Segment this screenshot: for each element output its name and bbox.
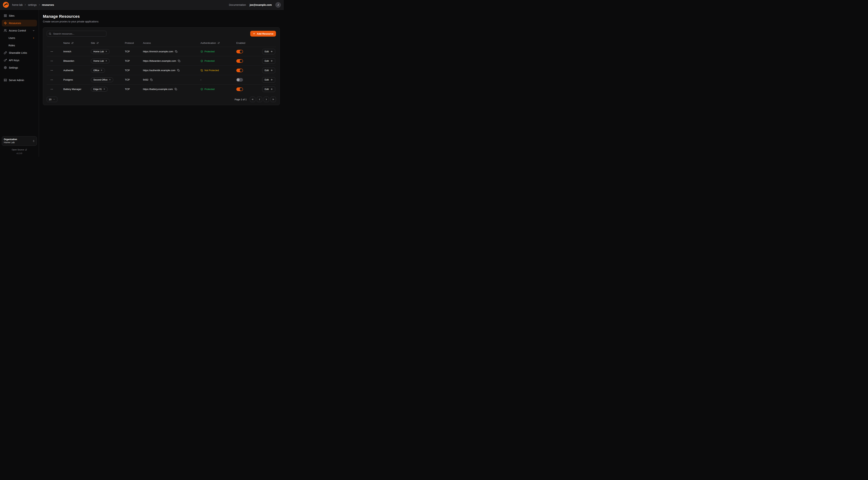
sidebar-item-label: API Keys bbox=[9, 59, 19, 62]
chevron-right-icon bbox=[265, 98, 268, 101]
sidebar: Sites Resources Access Control Users bbox=[0, 10, 39, 157]
copy-icon[interactable] bbox=[178, 59, 181, 63]
sidebar-item-label: Server Admin bbox=[9, 79, 24, 82]
edit-button[interactable]: Edit bbox=[262, 58, 275, 64]
enabled-toggle[interactable] bbox=[236, 78, 243, 82]
page-subtitle: Create secure proxies to your private ap… bbox=[43, 20, 280, 23]
users-icon bbox=[4, 29, 7, 32]
resource-row: Authentik Office TCP https://authentik.e… bbox=[47, 65, 276, 75]
chevrons-right-icon bbox=[272, 98, 275, 101]
breadcrumb-org[interactable]: home-lab bbox=[12, 3, 23, 6]
copy-icon[interactable] bbox=[174, 88, 178, 91]
add-resource-button[interactable]: Add Resource bbox=[250, 31, 276, 36]
toggle-knob bbox=[237, 79, 240, 81]
sidebar-nav: Sites Resources Access Control Users bbox=[2, 12, 37, 84]
site-link[interactable]: Home Lab bbox=[91, 49, 110, 54]
row-menu-button[interactable] bbox=[50, 78, 54, 82]
topbar: home-lab settings resources Documentatio… bbox=[0, 0, 284, 10]
auth-badge: Protected bbox=[200, 88, 215, 90]
resources-toolbar: Add Resource bbox=[47, 31, 276, 36]
edit-button[interactable]: Edit bbox=[262, 68, 275, 73]
avatar[interactable]: J bbox=[275, 2, 281, 8]
sidebar-item-settings[interactable]: Settings bbox=[2, 64, 37, 71]
sidebar-item-server-admin[interactable]: Server Admin bbox=[2, 77, 37, 84]
sidebar-item-label: Settings bbox=[9, 66, 18, 69]
table-footer: 20 Page 1 of 1 bbox=[47, 97, 276, 102]
sidebar-item-resources[interactable]: Resources bbox=[2, 20, 37, 26]
copy-icon[interactable] bbox=[177, 69, 180, 72]
breadcrumb: home-lab settings resources bbox=[12, 3, 54, 6]
sidebar-item-roles[interactable]: Roles bbox=[2, 42, 37, 49]
header-site[interactable]: Site bbox=[87, 41, 121, 44]
auth-badge: - bbox=[200, 79, 201, 81]
resource-row: Battery Manager Edge 01 TCP https://batt… bbox=[47, 84, 276, 94]
user-email: joe@example.com bbox=[250, 3, 272, 6]
arrow-up-right-icon bbox=[105, 51, 107, 53]
plus-icon bbox=[253, 32, 255, 35]
app-shell: Sites Resources Access Control Users bbox=[0, 10, 284, 157]
app-version: v1.3.0 bbox=[17, 152, 22, 154]
row-menu-button[interactable] bbox=[50, 59, 54, 63]
key-icon bbox=[4, 59, 7, 62]
resource-protocol: TCP bbox=[125, 88, 130, 90]
sidebar-item-shareable-links[interactable]: Shareable Links bbox=[2, 50, 37, 56]
prev-page-button[interactable] bbox=[257, 97, 262, 102]
next-page-button[interactable] bbox=[264, 97, 269, 102]
resource-access: https://battery.example.com bbox=[143, 88, 173, 90]
header-authentication[interactable]: Authentication bbox=[197, 41, 233, 44]
sidebar-item-users[interactable]: Users bbox=[2, 35, 37, 41]
site-link[interactable]: Edge 01 bbox=[91, 87, 108, 92]
pagination: Page 1 of 1 bbox=[235, 97, 276, 102]
enabled-toggle[interactable] bbox=[236, 50, 243, 53]
toggle-knob bbox=[240, 88, 243, 91]
resource-protocol: TCP bbox=[125, 60, 130, 62]
enabled-toggle[interactable] bbox=[236, 59, 243, 63]
edit-button[interactable]: Edit bbox=[262, 77, 275, 83]
app-logo-icon[interactable] bbox=[3, 2, 9, 8]
row-menu-button[interactable] bbox=[50, 68, 54, 72]
row-menu-button[interactable] bbox=[50, 87, 54, 91]
breadcrumb-settings[interactable]: settings bbox=[28, 3, 36, 6]
chevron-down-icon bbox=[32, 29, 35, 32]
sort-icon[interactable] bbox=[96, 42, 99, 44]
sort-icon[interactable] bbox=[217, 42, 220, 44]
resource-protocol: TCP bbox=[125, 79, 130, 81]
sidebar-item-sites[interactable]: Sites bbox=[2, 12, 37, 19]
shield-check-icon bbox=[200, 60, 203, 62]
sidebar-item-access-control[interactable]: Access Control bbox=[2, 27, 37, 34]
documentation-link[interactable]: Documentation bbox=[229, 3, 246, 6]
organization-select[interactable]: Organization Home Lab bbox=[2, 136, 37, 146]
row-menu-button[interactable] bbox=[50, 50, 54, 54]
edit-button-label: Edit bbox=[265, 60, 269, 62]
resource-name: Battery Manager bbox=[63, 88, 82, 90]
edit-button[interactable]: Edit bbox=[262, 49, 275, 54]
page-size-select[interactable]: 20 bbox=[47, 97, 57, 102]
site-link[interactable]: Office bbox=[91, 68, 105, 73]
resource-protocol: TCP bbox=[125, 69, 130, 72]
copy-icon[interactable] bbox=[175, 50, 178, 53]
site-link-label: Edge 01 bbox=[93, 88, 102, 90]
last-page-button[interactable] bbox=[271, 97, 276, 102]
resource-row: Postgres Second Office TCP 5432 bbox=[47, 75, 276, 84]
sidebar-item-api-keys[interactable]: API Keys bbox=[2, 57, 37, 63]
site-link-label: Office bbox=[93, 69, 99, 72]
header-name[interactable]: Name bbox=[60, 41, 87, 44]
main-content: Manage Resources Create secure proxies t… bbox=[39, 10, 284, 157]
site-link[interactable]: Home Lab bbox=[91, 59, 110, 63]
enabled-toggle[interactable] bbox=[236, 69, 243, 72]
search-input[interactable] bbox=[53, 32, 104, 35]
open-source-link[interactable]: Open Source bbox=[12, 149, 27, 151]
header-protocol-label: Protocol bbox=[125, 41, 134, 44]
sidebar-item-label: Resources bbox=[9, 22, 21, 25]
enabled-toggle[interactable] bbox=[236, 87, 243, 91]
arrow-up-right-icon bbox=[109, 79, 111, 81]
edit-button[interactable]: Edit bbox=[262, 87, 275, 92]
first-page-button[interactable] bbox=[250, 97, 255, 102]
chevrons-up-down-icon bbox=[32, 140, 35, 142]
copy-icon[interactable] bbox=[150, 78, 153, 82]
sort-icon[interactable] bbox=[71, 42, 74, 44]
sidebar-item-label: Shareable Links bbox=[9, 51, 27, 54]
organization-select-text: Organization Home Lab bbox=[4, 138, 17, 144]
site-link[interactable]: Second Office bbox=[91, 78, 113, 82]
auth-status-label: Protected bbox=[205, 60, 215, 62]
